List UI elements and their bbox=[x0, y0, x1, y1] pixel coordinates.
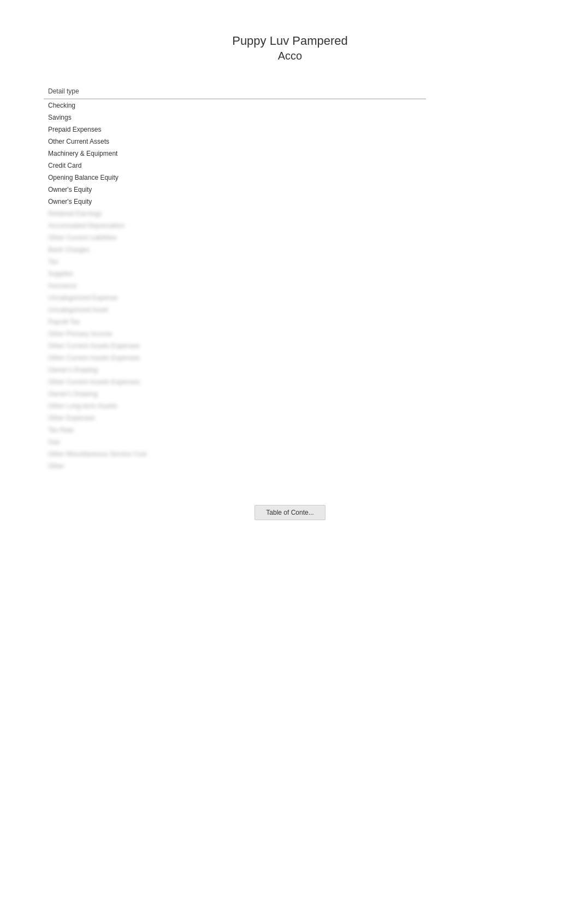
report-subtitle: Acco bbox=[44, 50, 536, 62]
table-row-blurred: Other Current Assets Expenses bbox=[44, 340, 426, 352]
table-row-blurred: Tax bbox=[44, 256, 426, 268]
table-row-blurred: Uncategorized Asset bbox=[44, 304, 426, 316]
table-row-blurred: Other Expenses bbox=[44, 412, 426, 424]
table-row: Credit Card bbox=[44, 160, 426, 172]
report-title: Puppy Luv Pampered Acco bbox=[44, 33, 536, 62]
table-row-blurred: Retained Earnings bbox=[44, 208, 426, 220]
table-row-blurred: Payroll Tax bbox=[44, 316, 426, 328]
table-row-blurred: Accumulated Depreciation bbox=[44, 220, 426, 232]
table-row: Owner's Equity bbox=[44, 196, 426, 208]
table-row-blurred: Tax Rate bbox=[44, 424, 426, 436]
table-row-blurred: Other Miscellaneous Service Cost bbox=[44, 448, 426, 460]
table-row-blurred: Other Current Liabilities bbox=[44, 232, 426, 244]
table-row-blurred: Other Current Assets Expenses bbox=[44, 352, 426, 364]
table-row-blurred: Owner's Drawing bbox=[44, 364, 426, 376]
table-row: Savings bbox=[44, 111, 426, 123]
table-row-blurred: Other bbox=[44, 460, 426, 472]
table-row: Prepaid Expenses bbox=[44, 123, 426, 136]
table-of-contents-button[interactable]: Table of Conte... bbox=[255, 505, 325, 520]
footer-area: Table of Conte... bbox=[44, 505, 536, 520]
table-row-blurred: Uncategorized Expense bbox=[44, 292, 426, 304]
table-row-blurred: Bank Charges bbox=[44, 244, 426, 256]
table-row: Other Current Assets bbox=[44, 136, 426, 148]
table-row-blurred: Other Primary Income bbox=[44, 328, 426, 340]
main-table-container: Detail type CheckingSavingsPrepaid Expen… bbox=[44, 84, 426, 472]
table-row: Opening Balance Equity bbox=[44, 172, 426, 184]
table-row: Checking bbox=[44, 99, 426, 111]
detail-type-table: Detail type CheckingSavingsPrepaid Expen… bbox=[44, 84, 426, 472]
table-row: Owner's Equity bbox=[44, 184, 426, 196]
column-header-detail-type: Detail type bbox=[44, 84, 426, 99]
table-row-blurred: Gas bbox=[44, 436, 426, 448]
table-row-blurred: Supplies bbox=[44, 268, 426, 280]
table-row-blurred: Other Current Assets Expenses bbox=[44, 376, 426, 388]
table-row-blurred: Owner's Drawing bbox=[44, 388, 426, 400]
table-row-blurred: Insurance bbox=[44, 280, 426, 292]
company-name: Puppy Luv Pampered bbox=[44, 33, 536, 50]
table-row-blurred: Other Long-term Assets bbox=[44, 400, 426, 412]
table-row: Machinery & Equipment bbox=[44, 148, 426, 160]
